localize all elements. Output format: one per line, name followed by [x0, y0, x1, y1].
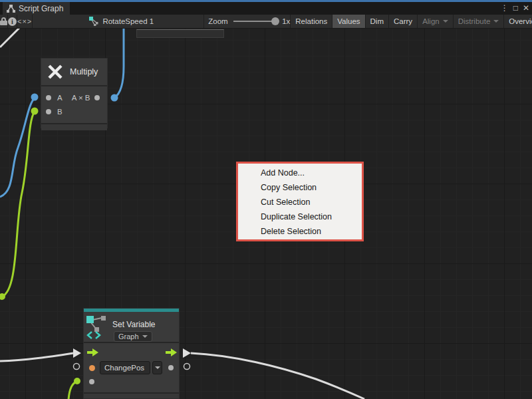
distribute-button[interactable]: Distribute: [454, 15, 505, 28]
angle-x-icon: <×>: [17, 17, 32, 25]
multiply-node[interactable]: Multiply A A × B B: [41, 58, 108, 128]
menu-item-cut-selection[interactable]: Cut Selection: [238, 195, 362, 209]
chevron-down-icon: [142, 335, 148, 338]
variable-name-label: ChangePos: [104, 364, 144, 372]
align-button[interactable]: Align: [418, 15, 454, 28]
input-port-b[interactable]: [46, 109, 51, 114]
dim-button[interactable]: Dim: [366, 15, 389, 28]
set-variable-node[interactable]: Set Variable Graph ChangePos: [83, 308, 180, 399]
values-button[interactable]: Values: [332, 15, 365, 28]
align-label: Align: [422, 17, 440, 25]
variable-scope-dropdown[interactable]: Graph: [114, 331, 152, 342]
variable-output-port[interactable]: [168, 365, 174, 370]
set-variable-footer: [84, 392, 179, 398]
edit-source-button[interactable]: <×>: [17, 15, 33, 28]
lock-button[interactable]: [0, 15, 8, 28]
graph-reference-section: RotateSpeed 1: [33, 15, 204, 28]
menu-item-duplicate-selection[interactable]: Duplicate Selection: [238, 209, 362, 224]
graph-path-box: [136, 29, 224, 38]
variable-input-port[interactable]: [89, 365, 95, 371]
output-label: A × B: [72, 94, 90, 102]
overview-button[interactable]: Overview: [504, 15, 532, 28]
flow-input-arrow-icon[interactable]: [87, 348, 98, 357]
set-variable-body: ChangePos: [84, 343, 179, 392]
multiply-node-body: A A × B B: [41, 86, 107, 121]
relations-button[interactable]: Relations: [291, 15, 332, 28]
multiply-node-footer: [41, 123, 107, 130]
multiply-row-a: A A × B: [46, 90, 102, 104]
input-label-b: B: [57, 108, 63, 116]
window-menu-icon[interactable]: ⋮: [501, 2, 509, 15]
graph-reference-label[interactable]: RotateSpeed 1: [102, 17, 154, 25]
zoom-slider[interactable]: [233, 21, 276, 22]
script-graph-window: Multiply A A × B B: [0, 0, 532, 399]
value-input-port[interactable]: [89, 379, 94, 384]
node-icon: [89, 17, 98, 26]
tab-title: Script Graph: [19, 4, 63, 13]
lock-icon: [0, 17, 7, 25]
chevron-down-icon: [443, 20, 448, 23]
multiply-node-header[interactable]: Multiply: [41, 59, 107, 86]
zoom-label: Zoom: [208, 17, 227, 25]
tab-script-graph[interactable]: Script Graph: [3, 2, 70, 15]
variable-scope-label: Graph: [118, 332, 139, 340]
flow-output-arrow-icon[interactable]: [166, 348, 177, 357]
info-button[interactable]: i: [8, 15, 17, 28]
zoom-section: Zoom 1x: [204, 15, 291, 28]
toolbar: i <×> RotateSpeed 1 Zoom 1x Relations Va…: [0, 15, 532, 29]
variable-name-dropdown[interactable]: ChangePos: [100, 361, 150, 374]
menu-item-add-node[interactable]: Add Node...: [238, 166, 362, 180]
carry-button[interactable]: Carry: [389, 15, 418, 28]
input-label-a: A: [57, 94, 63, 102]
close-icon[interactable]: ✕: [523, 2, 529, 15]
set-variable-header[interactable]: Set Variable Graph: [84, 312, 179, 343]
zoom-slider-handle[interactable]: [271, 17, 279, 25]
output-port[interactable]: [94, 95, 100, 100]
zoom-value: 1x: [282, 17, 290, 25]
multiply-icon: [47, 63, 64, 80]
input-port-a[interactable]: [46, 95, 51, 100]
context-menu: Add Node... Copy Selection Cut Selection…: [236, 162, 364, 241]
menu-item-copy-selection[interactable]: Copy Selection: [238, 180, 362, 195]
multiply-row-b: B: [46, 104, 102, 118]
distribute-label: Distribute: [458, 17, 491, 25]
tab-bar: Script Graph ⋮ □ ✕: [0, 2, 532, 15]
maximize-icon[interactable]: □: [513, 2, 518, 15]
set-variable-title: Set Variable: [112, 320, 155, 329]
window-controls: ⋮ □ ✕: [501, 2, 529, 15]
chevron-down-icon: [493, 20, 499, 23]
set-variable-icon: [86, 315, 110, 341]
multiply-node-title: Multiply: [70, 67, 98, 76]
info-icon: i: [8, 17, 17, 26]
menu-item-delete-selection[interactable]: Delete Selection: [238, 224, 362, 239]
chevron-down-icon: [155, 366, 160, 369]
graph-icon: [7, 5, 15, 13]
variable-name-dropdown-button[interactable]: [152, 361, 162, 374]
